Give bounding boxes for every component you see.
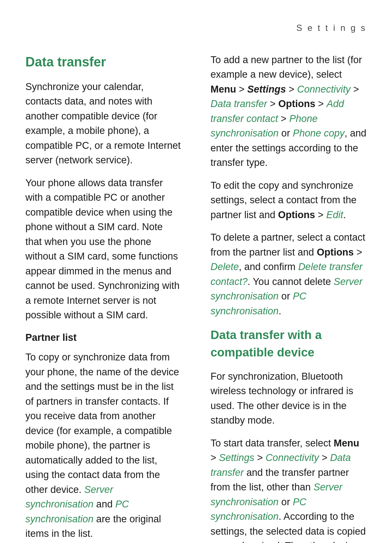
menu-label2: Menu	[334, 438, 359, 449]
options-label1: Options	[278, 98, 315, 109]
right-para2: To edit the copy and synchronize setting…	[211, 178, 367, 222]
left-section-title: Data transfer	[25, 53, 181, 72]
right-column: To add a new partner to the list (for ex…	[207, 53, 367, 543]
data-transfer-label1: Data transfer	[211, 98, 267, 109]
right-para4: For synchronization, Bluetooth wireless …	[211, 369, 367, 428]
left-column: Data transfer Synchronize your calendar,…	[25, 53, 185, 543]
right-para3: To delete a partner, select a contact fr…	[211, 230, 367, 318]
page-container: S e t t i n g s Data transfer Synchroniz…	[0, 0, 392, 543]
page-header: S e t t i n g s	[25, 22, 367, 34]
settings-label2: Settings	[219, 452, 254, 463]
edit-label: Edit	[326, 209, 343, 220]
left-para1: Synchronize your calendar, contacts data…	[25, 79, 181, 168]
server-sync-link3: Server synchronisation	[211, 482, 342, 507]
delete-label: Delete	[211, 261, 239, 272]
connectivity-label1: Connectivity	[297, 84, 351, 95]
server-sync-link1: Server synchronisation	[25, 484, 113, 510]
left-para2: Your phone allows data transfer with a c…	[25, 176, 181, 323]
menu-label1: Menu	[211, 84, 236, 95]
right-section-title: Data transfer with a compatible device	[211, 326, 367, 361]
settings-label1: Settings	[247, 84, 286, 95]
right-para1: To add a new partner to the list (for ex…	[211, 53, 367, 170]
options-label2: Options	[278, 209, 315, 220]
main-content: Data transfer Synchronize your calendar,…	[25, 53, 367, 543]
phone-copy-label: Phone copy	[293, 128, 345, 139]
right-para5: To start data transfer, select Menu > Se…	[211, 436, 367, 543]
left-para3: To copy or synchronize data from your ph…	[25, 350, 181, 541]
connectivity-label2: Connectivity	[266, 452, 319, 463]
options-label3: Options	[317, 247, 354, 258]
header-label: S e t t i n g s	[297, 23, 367, 33]
partner-list-subtitle: Partner list	[25, 331, 181, 345]
